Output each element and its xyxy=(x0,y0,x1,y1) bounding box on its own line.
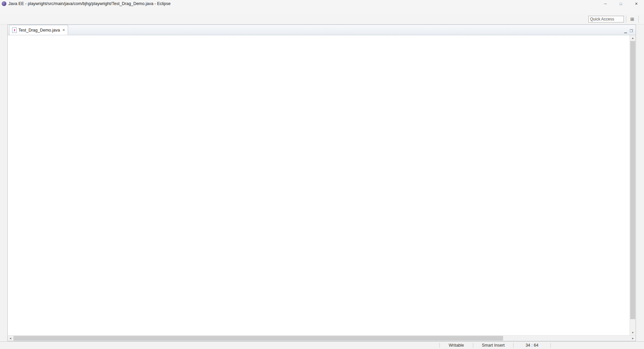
code-viewport: ▲ ▼ xyxy=(8,35,636,335)
horizontal-scrollbar[interactable]: ◄ ► xyxy=(8,335,636,341)
left-view-bar xyxy=(0,24,7,341)
workspace: J Test_Drag_Demo.java ✕ ▁ ❐ ▲ ▼ ◄ xyxy=(0,24,644,341)
close-button[interactable]: ✕ xyxy=(629,0,644,7)
scroll-up-icon[interactable]: ▲ xyxy=(630,35,636,41)
insert-mode-status: Smart Insert xyxy=(473,343,513,348)
perspective-bar: ⊞ xyxy=(588,15,643,23)
scroll-down-icon[interactable]: ▼ xyxy=(630,330,636,335)
status-bar: Writable Smart Insert 34 : 64 xyxy=(0,341,644,349)
java-file-icon: J xyxy=(12,28,17,33)
editor-tab-bar: J Test_Drag_Demo.java ✕ ▁ ❐ xyxy=(8,25,636,35)
minimize-button[interactable]: ─ xyxy=(598,0,613,7)
open-perspective-icon: ⊞ xyxy=(630,17,634,21)
main-toolbar: ⊞ xyxy=(0,14,644,24)
scroll-right-icon[interactable]: ► xyxy=(630,336,636,341)
eclipse-logo-icon xyxy=(2,1,6,6)
writable-status: Writable xyxy=(440,343,473,348)
minimize-editor-icon[interactable]: ▁ xyxy=(624,29,627,33)
status-separator xyxy=(550,343,551,348)
open-perspective-button[interactable]: ⊞ xyxy=(628,15,636,23)
right-view-bar xyxy=(636,24,644,341)
menu-bar xyxy=(0,7,644,14)
maximize-button[interactable]: □ xyxy=(613,0,629,7)
eclipse-window: Java EE - playwright/src/main/java/com/b… xyxy=(0,0,644,349)
scroll-left-icon[interactable]: ◄ xyxy=(8,336,13,341)
vertical-scroll-thumb[interactable] xyxy=(630,41,635,319)
toolbar-separator xyxy=(638,15,639,23)
caret-position-status: 34 : 64 xyxy=(514,343,550,348)
tab-close-icon[interactable]: ✕ xyxy=(62,28,65,32)
vertical-scrollbar[interactable]: ▲ ▼ xyxy=(630,35,636,335)
tab-test-drag-demo[interactable]: J Test_Drag_Demo.java ✕ xyxy=(9,25,68,35)
editor-area: J Test_Drag_Demo.java ✕ ▁ ❐ ▲ ▼ ◄ xyxy=(7,24,636,341)
horizontal-scroll-thumb[interactable] xyxy=(13,336,503,341)
code-area[interactable] xyxy=(8,35,630,335)
tab-label: Test_Drag_Demo.java xyxy=(18,28,60,33)
maximize-editor-icon[interactable]: ❐ xyxy=(630,29,633,33)
title-bar: Java EE - playwright/src/main/java/com/b… xyxy=(0,0,644,7)
toolbar-separator xyxy=(626,15,626,23)
window-title: Java EE - playwright/src/main/java/com/b… xyxy=(8,1,171,6)
quick-access-input[interactable] xyxy=(588,16,624,22)
